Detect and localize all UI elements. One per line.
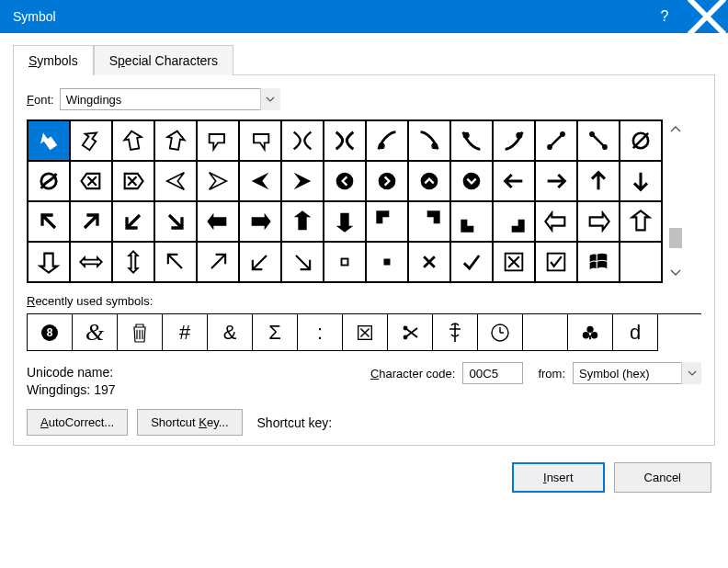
- symbol-cell[interactable]: [113, 162, 155, 202]
- symbol-cell[interactable]: [282, 121, 324, 162]
- symbol-cell[interactable]: [240, 202, 282, 243]
- cancel-button[interactable]: Cancel: [614, 462, 711, 493]
- symbol-cell[interactable]: [282, 243, 324, 283]
- symbol-cell[interactable]: [324, 202, 367, 243]
- recent-label: Recently used symbols:: [27, 294, 701, 308]
- symbol-cell[interactable]: [409, 121, 451, 162]
- symbol-cell[interactable]: [451, 202, 494, 243]
- font-dropdown-button[interactable]: [260, 88, 280, 110]
- symbol-cell[interactable]: [240, 162, 282, 202]
- symbol-cell[interactable]: [198, 202, 240, 243]
- close-button[interactable]: [686, 0, 728, 33]
- symbol-cell[interactable]: [198, 121, 240, 162]
- font-row: Font: Wingdings: [27, 88, 701, 110]
- chevron-down-icon: [266, 97, 275, 102]
- symbol-cell[interactable]: [71, 162, 113, 202]
- symbol-cell[interactable]: [536, 202, 578, 243]
- font-select[interactable]: Wingdings: [60, 88, 280, 110]
- char-code-input[interactable]: [462, 362, 523, 384]
- from-dropdown-button[interactable]: [681, 362, 701, 384]
- insert-button[interactable]: Insert: [512, 462, 605, 493]
- scroll-thumb[interactable]: [669, 228, 682, 248]
- symbol-cell[interactable]: [113, 121, 155, 162]
- recent-symbol[interactable]: #: [163, 314, 208, 351]
- symbol-cell[interactable]: [578, 243, 620, 283]
- recent-symbol[interactable]: [523, 314, 568, 351]
- symbol-cell[interactable]: [494, 202, 536, 243]
- symbol-cell[interactable]: [71, 121, 113, 162]
- recent-symbol[interactable]: d: [613, 314, 658, 351]
- symbol-cell[interactable]: [451, 243, 494, 283]
- symbol-cell[interactable]: [620, 202, 663, 243]
- symbol-cell[interactable]: [282, 202, 324, 243]
- symbol-cell[interactable]: [240, 121, 282, 162]
- symbol-scrollbar[interactable]: [666, 119, 685, 283]
- symbol-cell[interactable]: [282, 162, 324, 202]
- symbol-cell[interactable]: [155, 121, 198, 162]
- tab-special-characters[interactable]: Special Characters: [94, 45, 233, 75]
- symbol-cell[interactable]: [113, 202, 155, 243]
- tab-symbols[interactable]: Symbols: [13, 45, 94, 75]
- symbol-cell[interactable]: [155, 162, 198, 202]
- shortcut-key-button[interactable]: Shortcut Key...: [137, 409, 242, 436]
- button-row: AutoCorrect... Shortcut Key... Shortcut …: [27, 409, 701, 436]
- symbol-cell[interactable]: [28, 243, 71, 283]
- symbol-cell[interactable]: [113, 243, 155, 283]
- symbol-cell[interactable]: [367, 243, 409, 283]
- symbol-cell[interactable]: [155, 243, 198, 283]
- symbol-cell[interactable]: [324, 121, 367, 162]
- recent-symbol[interactable]: [118, 314, 163, 351]
- symbol-cell[interactable]: [367, 121, 409, 162]
- symbol-cell[interactable]: [409, 202, 451, 243]
- recent-symbol[interactable]: [343, 314, 388, 351]
- from-label: from:: [538, 367, 565, 381]
- symbol-cell[interactable]: [620, 162, 663, 202]
- symbol-cell[interactable]: [71, 243, 113, 283]
- svg-point-11: [336, 173, 354, 190]
- recent-symbol[interactable]: [568, 314, 613, 351]
- recent-symbol[interactable]: [388, 314, 433, 351]
- symbol-cell[interactable]: [536, 243, 578, 283]
- symbol-cell[interactable]: [367, 202, 409, 243]
- symbol-cell[interactable]: [198, 162, 240, 202]
- recent-symbol[interactable]: [433, 314, 478, 351]
- recent-symbol[interactable]: &: [208, 314, 253, 351]
- symbol-cell[interactable]: [409, 243, 451, 283]
- symbol-cell[interactable]: [71, 202, 113, 243]
- symbol-cell[interactable]: [198, 243, 240, 283]
- symbol-cell[interactable]: [451, 121, 494, 162]
- svg-point-26: [583, 332, 589, 338]
- recent-symbol[interactable]: 8: [28, 314, 73, 351]
- symbol-cell[interactable]: [494, 243, 536, 283]
- symbol-cell[interactable]: [494, 162, 536, 202]
- from-select[interactable]: Symbol (hex): [573, 362, 701, 384]
- symbol-cell[interactable]: [155, 202, 198, 243]
- symbol-cell[interactable]: [451, 162, 494, 202]
- symbol-cell[interactable]: [578, 121, 620, 162]
- svg-point-12: [379, 173, 396, 190]
- recent-symbol[interactable]: [478, 314, 523, 351]
- symbol-cell[interactable]: [28, 202, 71, 243]
- autocorrect-button[interactable]: AutoCorrect...: [27, 409, 128, 436]
- scroll-up-button[interactable]: [667, 121, 684, 138]
- symbol-cell[interactable]: [324, 243, 367, 283]
- symbol-cell[interactable]: [620, 243, 663, 283]
- symbol-cell[interactable]: [536, 162, 578, 202]
- symbol-cell[interactable]: [324, 162, 367, 202]
- unicode-name-label: Unicode name:: [27, 365, 116, 380]
- recent-symbol[interactable]: Σ: [253, 314, 298, 351]
- symbol-cell[interactable]: [367, 162, 409, 202]
- recent-symbol[interactable]: :: [298, 314, 343, 351]
- symbol-cell[interactable]: [494, 121, 536, 162]
- recent-symbol[interactable]: &: [73, 314, 118, 351]
- symbol-cell[interactable]: [620, 121, 663, 162]
- symbol-cell[interactable]: [28, 121, 71, 162]
- help-button[interactable]: ?: [643, 0, 686, 33]
- symbol-cell[interactable]: [536, 121, 578, 162]
- symbol-cell[interactable]: [28, 162, 71, 202]
- symbol-cell[interactable]: [240, 243, 282, 283]
- symbol-cell[interactable]: [409, 162, 451, 202]
- scroll-down-button[interactable]: [667, 265, 684, 281]
- symbol-cell[interactable]: [578, 162, 620, 202]
- symbol-cell[interactable]: [578, 202, 620, 243]
